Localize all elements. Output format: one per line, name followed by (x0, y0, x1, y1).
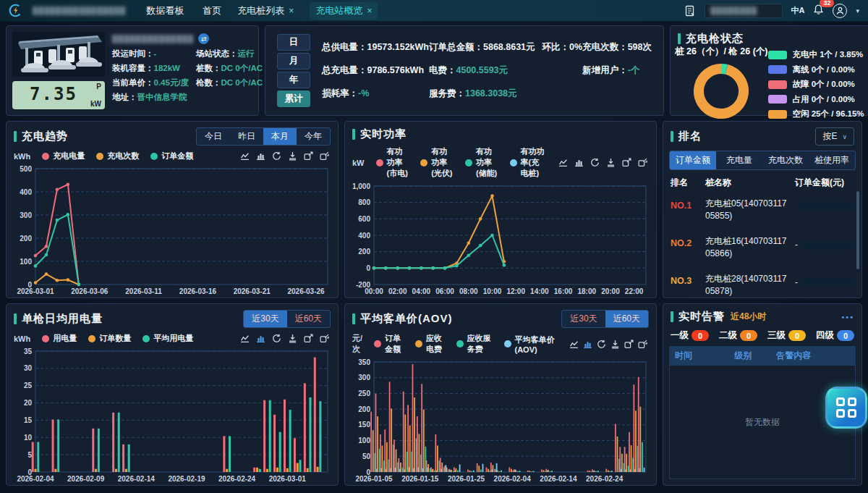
svg-text:15: 15 (24, 416, 33, 424)
series-color-dot (510, 159, 517, 167)
line-chart-icon[interactable] (240, 334, 250, 343)
tab-pile-usage[interactable]: 桩使用率 (809, 151, 855, 169)
legend-order-count[interactable]: 订单数量 (88, 333, 131, 344)
bar-chart-icon[interactable] (583, 340, 592, 349)
svg-text:1,000: 1,000 (352, 182, 370, 190)
bar-chart-icon[interactable] (256, 334, 265, 343)
legend-service-fee[interactable]: 应收服务费 (456, 333, 497, 355)
table-row[interactable]: NO.1 充电桩05(14070311705855) (671, 193, 854, 231)
station-selector[interactable]: ████████ (705, 4, 783, 18)
svg-text:2026-02-04: 2026-02-04 (17, 475, 54, 483)
chevron-down-icon[interactable]: ▾ (856, 7, 859, 14)
tab-station-overview[interactable]: 充电站概览 × (310, 2, 378, 20)
data-zoom-icon[interactable] (304, 334, 313, 343)
tab-pile-list[interactable]: 充电桩列表 × (231, 2, 299, 20)
download-icon[interactable] (288, 334, 297, 343)
download-icon[interactable] (610, 340, 620, 349)
menu-home[interactable]: 首页 (203, 4, 221, 17)
line-chart-icon[interactable] (240, 151, 250, 161)
tab-30-days[interactable]: 近30天 (244, 311, 286, 327)
tab-charge-energy[interactable]: 充电量 (716, 151, 762, 169)
tab-total[interactable]: 累计 (277, 90, 310, 107)
notification-badge: 32 (820, 0, 834, 7)
charging-trend-chart[interactable]: 01002003004005002026-03-012026-03-062026… (9, 163, 333, 295)
tab-60-days[interactable]: 近60天 (287, 311, 330, 327)
data-zoom-icon[interactable] (622, 158, 631, 167)
bar-chart-icon[interactable] (256, 151, 265, 161)
level-2[interactable]: 二级0 (719, 329, 757, 342)
daily-energy-chart[interactable]: 051015202530352026-02-042026-02-092026-0… (9, 345, 333, 483)
menu-data-board[interactable]: 数据看板 (146, 4, 184, 17)
level-4[interactable]: 四级0 (816, 329, 854, 342)
download-icon[interactable] (288, 151, 297, 161)
legend-avg-energy[interactable]: 平均用电量 (142, 333, 193, 344)
alerts-range: 近48小时 (731, 311, 766, 323)
restore-icon[interactable] (272, 151, 281, 161)
tab-charge-count[interactable]: 充电次数 (762, 151, 809, 169)
zoom-reset-icon[interactable] (638, 340, 647, 349)
legend-electricity-fee[interactable]: 应收电费 (415, 333, 449, 355)
tab-30-days[interactable]: 近30天 (562, 311, 605, 327)
level-1[interactable]: 一级0 (671, 329, 709, 342)
restore-icon[interactable] (597, 340, 606, 349)
chart-toolbox (558, 158, 647, 167)
switch-station-icon[interactable]: ⇄ (198, 33, 209, 44)
notifications[interactable]: 32 (813, 4, 824, 18)
data-zoom-icon[interactable] (624, 340, 634, 349)
power-title: 实时功率 (360, 127, 407, 141)
tab-yesterday[interactable]: 昨日 (230, 128, 263, 145)
legend-energy-used[interactable]: 用电量 (42, 333, 77, 344)
table-row[interactable]: NO.2 充电桩16(14070311705866) - (671, 231, 854, 269)
legend-charge-energy[interactable]: 充电电量 (42, 151, 85, 161)
svg-text:04:00: 04:00 (412, 287, 431, 295)
user-avatar[interactable] (833, 4, 847, 18)
legend-charge-count[interactable]: 充电次数 (96, 151, 139, 161)
legend-order-amount[interactable]: 订单金额 (374, 333, 408, 355)
data-zoom-icon[interactable] (304, 151, 313, 161)
line-chart-icon[interactable] (558, 158, 568, 167)
legend-aov[interactable]: 平均客单价(AOV) (504, 334, 562, 354)
series-color-dot (142, 335, 150, 342)
tab-year[interactable]: 年 (277, 72, 310, 88)
tab-order-amount[interactable]: 订单金额 (670, 151, 716, 169)
table-row[interactable]: NO.3 充电桩28(14070311705878) - (671, 269, 854, 298)
tab-this-year[interactable]: 今年 (297, 128, 330, 145)
widget-launcher-button[interactable] (825, 387, 867, 429)
series-color-dot (415, 340, 422, 347)
download-icon[interactable] (606, 158, 616, 167)
svg-text:2026-02-24: 2026-02-24 (586, 475, 624, 483)
series-color-dot (150, 153, 158, 160)
title-accent (14, 131, 17, 142)
line-chart-icon[interactable] (569, 340, 579, 349)
translate-icon[interactable]: 中A (791, 5, 805, 17)
legend-grid-power[interactable]: 有功功率(市电) (376, 146, 409, 179)
svg-text:20:00: 20:00 (601, 287, 620, 295)
close-icon[interactable]: × (289, 6, 294, 16)
aov-chart[interactable]: 0501001502002503003502026-01-052026-01-1… (348, 356, 652, 483)
scrollbar[interactable] (856, 191, 859, 269)
tab-day[interactable]: 日 (277, 34, 310, 51)
realtime-power-chart[interactable]: -20002004006008001,00000:0002:0004:0006:… (348, 180, 652, 295)
legend-storage-power[interactable]: 有功功率(储能) (465, 146, 498, 179)
zoom-reset-icon[interactable] (320, 334, 329, 343)
legend-pv-power[interactable]: 有功功率(光伏) (420, 146, 454, 179)
bar-chart-icon[interactable] (574, 158, 584, 167)
tab-today[interactable]: 今日 (197, 128, 230, 145)
ranking-sort-dropdown[interactable]: 按E ∨ (815, 127, 854, 146)
legend-order-amount[interactable]: 订单金额 (150, 151, 193, 161)
document-icon[interactable] (685, 5, 696, 17)
restore-icon[interactable] (272, 334, 281, 343)
tab-this-month[interactable]: 本月 (263, 128, 297, 145)
tab-60-days[interactable]: 近60天 (605, 311, 648, 327)
level-3[interactable]: 三级0 (767, 329, 806, 342)
restore-icon[interactable] (590, 158, 600, 167)
stat-total-charge: 总充电量：9786.576kWh (322, 64, 429, 77)
zoom-reset-icon[interactable] (638, 158, 647, 167)
zoom-reset-icon[interactable] (320, 151, 329, 161)
close-icon[interactable]: × (367, 6, 372, 16)
more-options-icon[interactable]: ••• (841, 313, 854, 321)
legend-pile-power[interactable]: 有功功率(充电桩) (510, 146, 547, 179)
daily-energy-title: 单枪日均用电量 (22, 312, 103, 326)
tab-month[interactable]: 月 (277, 53, 310, 69)
level-count-badge: 0 (837, 330, 854, 341)
